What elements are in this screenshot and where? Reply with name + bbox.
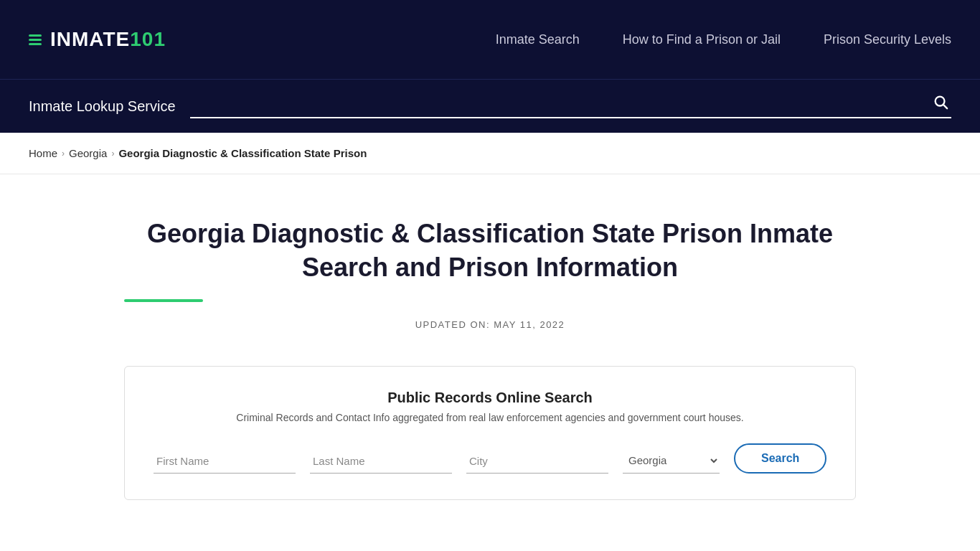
state-field: AlabamaAlaskaArizonaArkansasCaliforniaCo… [623, 448, 720, 474]
chevron-icon: › [62, 149, 65, 159]
updated-label: UPDATED ON: MAY 11, 2022 [124, 319, 856, 330]
public-records-box: Public Records Online Search Criminal Re… [124, 366, 856, 500]
state-select[interactable]: AlabamaAlaskaArizonaArkansasCaliforniaCo… [623, 448, 720, 474]
search-input-wrap [190, 94, 951, 118]
city-input[interactable] [466, 449, 608, 474]
pr-title: Public Records Online Search [154, 390, 826, 406]
logo-icon [29, 34, 42, 45]
city-field [466, 449, 608, 474]
breadcrumb-georgia[interactable]: Georgia [69, 147, 107, 159]
chevron-icon-2: › [111, 149, 114, 159]
page-title: Georgia Diagnostic & Classification Stat… [124, 217, 856, 285]
title-underline [124, 299, 203, 302]
last-name-input[interactable] [310, 449, 452, 474]
search-bar-section: Inmate Lookup Service [0, 79, 980, 133]
search-icon [933, 94, 948, 110]
svg-line-1 [943, 105, 947, 108]
last-name-field [310, 449, 452, 474]
search-button[interactable]: Search [734, 443, 826, 474]
pr-form: AlabamaAlaskaArizonaArkansasCaliforniaCo… [154, 443, 826, 474]
nav-link-security-levels[interactable]: Prison Security Levels [824, 32, 951, 47]
search-submit-button[interactable] [930, 94, 951, 114]
main-content: Georgia Diagnostic & Classification Stat… [95, 174, 885, 529]
breadcrumb-home[interactable]: Home [29, 147, 57, 159]
logo-text: INMATE101 [50, 28, 166, 51]
nav-link-inmate-search[interactable]: Inmate Search [496, 32, 580, 47]
pr-subtitle: Criminal Records and Contact Info aggreg… [154, 412, 826, 423]
nav-link-find-prison[interactable]: How to Find a Prison or Jail [623, 32, 781, 47]
search-bar-label: Inmate Lookup Service [29, 98, 176, 115]
search-input[interactable] [190, 98, 930, 110]
nav-links: Inmate Search How to Find a Prison or Ja… [496, 32, 951, 47]
breadcrumb: Home › Georgia › Georgia Diagnostic & Cl… [0, 133, 980, 174]
top-navigation: INMATE101 Inmate Search How to Find a Pr… [0, 0, 980, 79]
first-name-field [154, 449, 296, 474]
logo[interactable]: INMATE101 [29, 28, 166, 51]
breadcrumb-current: Georgia Diagnostic & Classification Stat… [118, 147, 367, 159]
first-name-input[interactable] [154, 449, 296, 474]
